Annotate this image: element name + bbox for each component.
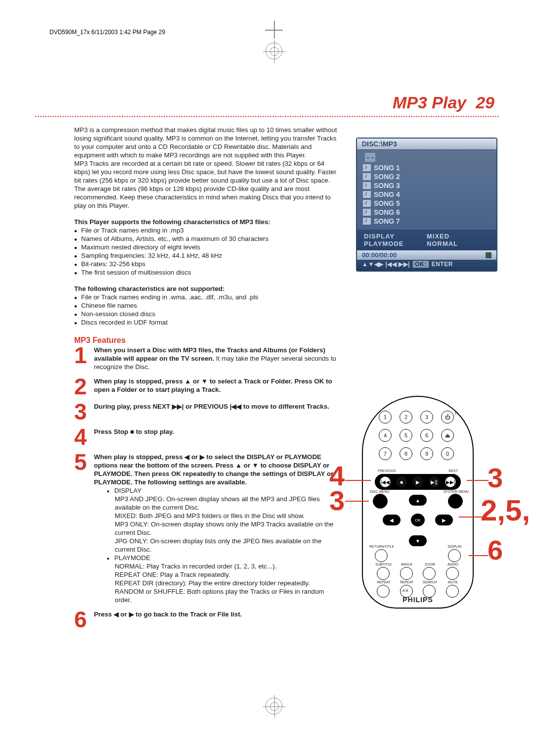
osd-song-row: SONG 3 [361, 181, 492, 190]
list-item: Maximum nested directory of eight levels [74, 243, 341, 251]
step-3: 3 During play, press NEXT ▶▶| or PREVIOU… [74, 402, 341, 422]
osd-time-row: 00:00/00:00 [357, 250, 496, 260]
num-1-button[interactable]: 1 [379, 411, 392, 424]
osd-hint-row: ▲▼◀▶ |◀◀ ▶▶| OK: ENTER [357, 260, 496, 271]
callout-6: 6 [488, 536, 503, 564]
num-3-button[interactable]: 3 [420, 411, 433, 424]
osd-opt-label: DISPLAY [364, 233, 427, 240]
left-button[interactable]: ◀ [383, 515, 400, 525]
angle-button[interactable]: ANGLE [400, 567, 413, 580]
num-4-button[interactable]: 4 [379, 429, 392, 442]
return-title-button[interactable]: RETURN/TITLE [375, 549, 388, 562]
next-label: NEXT [448, 469, 458, 472]
ok-button[interactable]: OK [411, 514, 425, 526]
step-text: Press Stop ■ to stop play. [94, 427, 174, 447]
num-2-button[interactable]: 2 [400, 411, 412, 424]
step-bold: Press Stop ■ to stop play. [94, 428, 174, 435]
list-item: Non-session closed discs [74, 310, 341, 318]
stop-button[interactable]: ■ [396, 476, 407, 487]
osd-opt-label: PLAYMODE [364, 240, 427, 247]
step-2: 2 When play is stopped, press ▲ or ▼ to … [74, 377, 341, 396]
list-item: File or Track names ending in .wma, .aac… [74, 293, 341, 301]
step-text: When play is stopped, press ▲ or ▼ to se… [94, 377, 341, 396]
osd-song-label: SONG 5 [374, 199, 400, 207]
callout-3-left: 3 [329, 487, 345, 515]
divider-dots [35, 116, 499, 117]
eject-button[interactable]: ⏏ [441, 429, 454, 442]
function-row-1: SUBTITLE ANGLE ZOOM AUDIO [377, 567, 459, 580]
osd-song-label: SONG 7 [374, 217, 400, 225]
step-text: When play is stopped, press ◀ or ▶ to se… [94, 453, 341, 604]
list-item: File or Track names ending in .mp3 [74, 226, 341, 235]
step-text: When you insert a Disc with MP3 files, t… [94, 346, 341, 371]
osd-song-row: SONG 2 [361, 172, 492, 181]
dpad: DISC MENU SYSTEM MENU ▲ ▼ ◀ ▶ OK [372, 494, 464, 548]
disc-menu-button[interactable] [373, 494, 388, 509]
music-note-icon [363, 173, 371, 180]
list-item: REPEAT DIR (directory): Play the entire … [115, 579, 341, 587]
fn-label: ZOOM [417, 563, 442, 566]
osd-hint-ok: OK: [413, 261, 429, 268]
osd-song-row: SONG 5 [361, 199, 492, 208]
fn-label: AUDIO [441, 563, 465, 566]
step-number: 4 [74, 427, 94, 447]
display-button[interactable]: DISPLAY [448, 549, 461, 562]
fn-label: MUTE [441, 580, 465, 584]
osd-title: DISC:\MP3 [357, 139, 496, 150]
play-button[interactable]: ▶ [412, 476, 423, 487]
osd-song-row: SONG 4 [361, 190, 492, 199]
system-menu-label: SYSTEM MENU [444, 490, 469, 493]
step-bold: When play is stopped, press ▲ or ▼ to se… [94, 378, 332, 393]
osd-opt-value: NORMAL [427, 240, 490, 247]
list-item: Sampling frequencies: 32 kHz, 44.1 kHz, … [74, 251, 341, 260]
step-number: 1 [74, 346, 94, 371]
zoom-button[interactable]: ZOOM [423, 567, 436, 580]
subtitle-button[interactable]: SUBTITLE [377, 567, 390, 580]
crop-mark [274, 21, 275, 39]
num-7-button[interactable]: 7 [379, 447, 392, 460]
music-note-icon [363, 191, 371, 198]
osd-song-row: SONG 7 [361, 217, 492, 226]
music-note-icon [363, 164, 371, 171]
body-paragraph: MP3 Tracks are recorded at a certain bit… [74, 159, 341, 210]
num-8-button[interactable]: 8 [400, 447, 412, 460]
osd-folder: - - [365, 153, 375, 162]
next-button[interactable]: ▶▶| [445, 476, 456, 487]
osd-options: DISPLAY MIXED PLAYMODE NORMAL [357, 230, 496, 250]
page-title: MP3 Play 29 [393, 93, 494, 112]
registration-target-icon [266, 43, 282, 59]
power-button[interactable]: ⏻ [441, 411, 454, 424]
right-button[interactable]: ▶ [435, 515, 453, 525]
previous-button[interactable]: |◀◀ [380, 476, 391, 487]
osd-song-row: SONG 1 [361, 163, 492, 172]
page-title-text: MP3 Play [393, 93, 466, 112]
system-menu-button[interactable] [448, 494, 463, 509]
osd-song-label: SONG 2 [374, 173, 400, 181]
osd-hint-arrows: ▲▼◀▶ |◀◀ ▶▶| [362, 261, 410, 268]
music-note-icon [363, 200, 371, 207]
pause-button[interactable]: ▶|| [429, 476, 440, 487]
up-button[interactable]: ▲ [409, 495, 427, 506]
body-paragraph: MP3 is a compression method that makes d… [74, 126, 341, 159]
main-column: MP3 is a compression method that makes d… [74, 126, 341, 636]
callout-3-right: 3 [488, 464, 503, 492]
callout-line [345, 501, 369, 502]
number-pad: 1 2 3 ⏻ 4 5 6 ⏏ 7 8 9 0 [379, 411, 462, 465]
notsup-list: File or Track names ending in .wma, .aac… [74, 293, 341, 327]
list-item: Discs recorded in UDF format [74, 318, 341, 327]
registration-target-icon [266, 698, 282, 714]
music-note-icon [363, 182, 371, 189]
num-0-button[interactable]: 0 [441, 447, 454, 460]
num-9-button[interactable]: 9 [420, 447, 433, 460]
down-button[interactable]: ▼ [409, 535, 427, 546]
num-5-button[interactable]: 5 [400, 429, 412, 442]
num-6-button[interactable]: 6 [420, 429, 433, 442]
music-note-icon [363, 218, 371, 225]
step-4: 4 Press Stop ■ to stop play. [74, 427, 341, 447]
list-item: Names of Albums, Artists, etc., with a m… [74, 235, 341, 243]
audio-button[interactable]: AUDIO [446, 567, 459, 580]
fn-label: ANGLE [395, 563, 419, 566]
previous-label: PREVIOUS [378, 469, 396, 472]
music-note-icon [363, 209, 371, 216]
osd-song-label: SONG 4 [374, 190, 400, 198]
